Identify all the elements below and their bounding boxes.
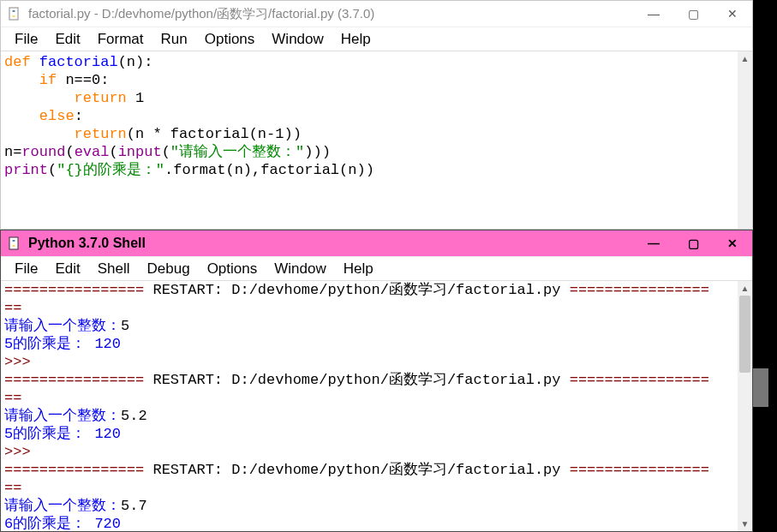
menu-shell[interactable]: Shell (89, 259, 139, 279)
menu-options[interactable]: Options (196, 29, 264, 50)
scroll-up-icon: ▲ (738, 281, 752, 296)
menu-edit[interactable]: Edit (46, 29, 88, 50)
menu-help[interactable]: Help (332, 29, 380, 50)
menu-window[interactable]: Window (263, 29, 332, 50)
editor-scrollbar[interactable]: ▲ (738, 51, 752, 229)
editor-window-controls: — ▢ ✕ (634, 1, 752, 27)
shell-window: Python 3.7.0 Shell — ▢ ✕ File Edit Shell… (0, 230, 753, 532)
editor-titlebar[interactable]: factorial.py - D:/devhome/python/函数学习/fa… (1, 1, 752, 27)
editor-title-text: factorial.py - D:/devhome/python/函数学习/fa… (28, 6, 374, 22)
menu-edit[interactable]: Edit (46, 259, 88, 279)
menu-window[interactable]: Window (266, 259, 334, 279)
minimize-button[interactable]: — (634, 230, 673, 256)
shell-scrollbar[interactable]: ▲ ▼ (738, 281, 752, 531)
right-grey-block (753, 368, 768, 407)
menu-run[interactable]: Run (152, 29, 196, 50)
shell-title-text: Python 3.7.0 Shell (28, 236, 146, 251)
maximize-button[interactable]: ▢ (673, 230, 713, 256)
shell-window-controls: — ▢ ✕ (634, 230, 752, 256)
scroll-thumb[interactable] (739, 296, 750, 373)
maximize-button[interactable]: ▢ (673, 1, 713, 27)
minimize-button[interactable]: — (634, 1, 673, 27)
svg-rect-1 (9, 237, 18, 249)
scroll-up-icon: ▲ (738, 51, 752, 66)
editor-menubar: File Edit Format Run Options Window Help (1, 27, 752, 51)
shell-titlebar[interactable]: Python 3.7.0 Shell — ▢ ✕ (1, 230, 752, 256)
svg-rect-0 (9, 8, 18, 20)
close-button[interactable]: ✕ (713, 230, 752, 256)
shell-output[interactable]: ================ RESTART: D:/devhome/pyt… (1, 281, 738, 531)
scroll-down-icon: ▼ (738, 517, 752, 531)
menu-options[interactable]: Options (199, 259, 266, 279)
code-editor[interactable]: def factorial(n): if n==0: return 1 else… (1, 51, 738, 229)
menu-file[interactable]: File (6, 29, 46, 50)
menu-help[interactable]: Help (335, 259, 382, 279)
right-dark-strip (753, 0, 777, 532)
shell-menubar: File Edit Shell Debug Options Window Hel… (1, 256, 752, 280)
menu-file[interactable]: File (6, 259, 46, 279)
python-shell-icon (6, 235, 23, 252)
menu-debug[interactable]: Debug (139, 259, 199, 279)
close-button[interactable]: ✕ (713, 1, 752, 27)
menu-format[interactable]: Format (89, 29, 152, 50)
editor-window: factorial.py - D:/devhome/python/函数学习/fa… (0, 0, 753, 230)
python-file-icon (6, 5, 23, 22)
